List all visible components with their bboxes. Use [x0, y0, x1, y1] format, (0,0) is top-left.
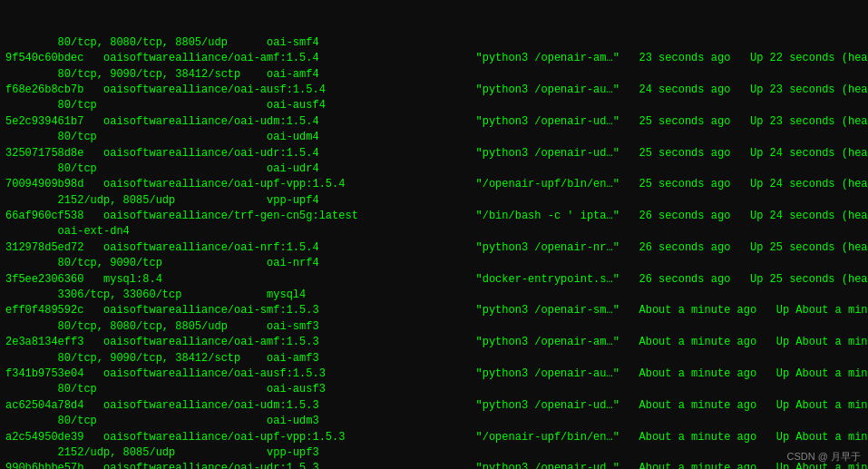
terminal-line: 3306/tcp, 33060/tcp mysql4 — [5, 288, 863, 303]
terminal-line: 3f5ee2306360 mysql:8.4 "docker-entrypoin… — [5, 272, 863, 288]
terminal-line: 80/tcp, 8080/tcp, 8805/udp oai-smf3 — [5, 319, 863, 335]
terminal-line: 2e3a8134eff3 oaisoftwarealliance/oai-amf… — [5, 335, 863, 350]
terminal-line: 80/tcp, 9090/tcp oai-nrf4 — [5, 256, 863, 271]
terminal-line: 2152/udp, 8085/udp vpp-upf3 — [5, 445, 863, 461]
terminal-line: 80/tcp, 9090/tcp, 38412/sctp oai-amf3 — [5, 351, 863, 366]
terminal-line: 5e2c939461b7 oaisoftwarealliance/oai-udm… — [5, 114, 863, 130]
terminal-line: 80/tcp oai-udr4 — [5, 161, 863, 177]
terminal-line: a2c54950de39 oaisoftwarealliance/oai-upf… — [5, 430, 863, 445]
terminal-line: f68e26b8cb7b oaisoftwarealliance/oai-aus… — [5, 83, 863, 98]
terminal-line: 80/tcp oai-udm3 — [5, 414, 863, 429]
terminal-line: 990b6bbbe57b oaisoftwarealliance/oai-udr… — [5, 461, 863, 469]
terminal-line: 9f540c60bdec oaisoftwarealliance/oai-amf… — [5, 51, 863, 66]
terminal-line: 66af960cf538 oaisoftwarealliance/trf-gen… — [5, 209, 863, 224]
terminal-line: 80/tcp, 8080/tcp, 8805/udp oai-smf4 — [5, 35, 863, 51]
terminal-line: 312978d5ed72 oaisoftwarealliance/oai-nrf… — [5, 240, 863, 256]
terminal-line: 80/tcp oai-ausf4 — [5, 98, 863, 113]
terminal-line: 2152/udp, 8085/udp vpp-upf4 — [5, 193, 863, 209]
terminal-line: eff0f489592c oaisoftwarealliance/oai-smf… — [5, 303, 863, 318]
terminal-line: ac62504a78d4 oaisoftwarealliance/oai-udm… — [5, 398, 863, 414]
watermark: CSDN @ 月早于 — [787, 450, 861, 464]
terminal-line: oai-ext-dn4 — [5, 224, 863, 239]
terminal-line: 80/tcp oai-udm4 — [5, 130, 863, 145]
terminal-line: 70094909b98d oaisoftwarealliance/oai-upf… — [5, 177, 863, 192]
terminal-line: f341b9753e04 oaisoftwarealliance/oai-aus… — [5, 366, 863, 382]
terminal-line: 325071758d8e oaisoftwarealliance/oai-udr… — [5, 146, 863, 161]
terminal-output: 80/tcp, 8080/tcp, 8805/udp oai-smf49f540… — [0, 0, 868, 469]
terminal-line: 80/tcp, 9090/tcp, 38412/sctp oai-amf4 — [5, 67, 863, 83]
terminal-line: 80/tcp oai-ausf3 — [5, 382, 863, 397]
